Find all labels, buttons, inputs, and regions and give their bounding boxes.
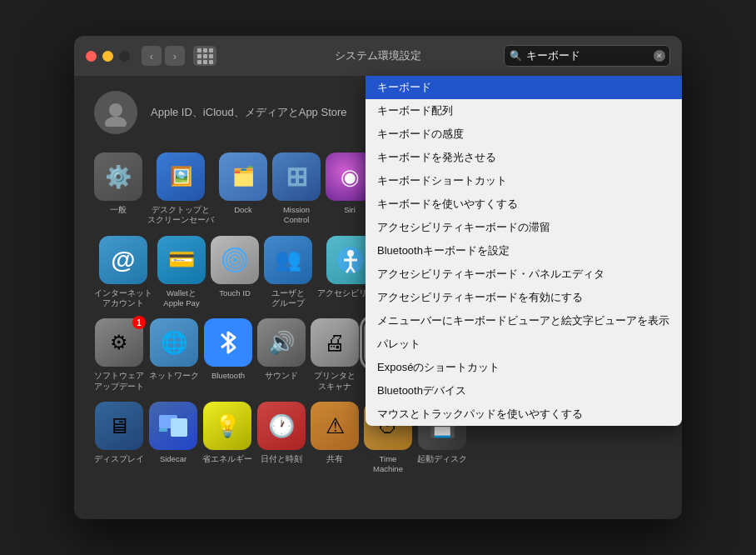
dropdown-item-accessibility-sticky[interactable]: アクセシビリティキーボードの滞留 [366,216,682,239]
icon-mission-control[interactable]: ⊞ MissionControl [272,152,321,226]
search-icon: 🔍 [510,50,522,62]
svg-point-0 [109,103,122,117]
icon-desktop[interactable]: 🖼️ デスクトップとスクリーンセーバ [147,152,214,226]
svg-rect-28 [171,418,187,437]
icon-printer[interactable]: 🖨 プリンタとスキャナ [311,318,359,392]
icon-internet-accounts[interactable]: @ インターネットアカウント [94,236,152,309]
svg-point-1 [105,117,127,127]
dropdown-item-keyboard-layout[interactable]: キーボード配列 [366,99,682,122]
icon-datetime[interactable]: 🕐 日付と時刻 [257,402,306,475]
svg-point-5 [233,258,237,262]
search-wrapper: 🔍 ✕ [504,45,670,67]
dropdown-item-bluetooth-device[interactable]: Bluetoothデバイス [366,379,682,402]
dropdown-item-expose-shortcut[interactable]: Exposéのショートカット [366,356,682,379]
close-button[interactable] [86,51,97,62]
svg-rect-29 [159,428,167,432]
forward-button[interactable]: › [165,46,185,66]
dropdown-item-bluetooth-keyboard[interactable]: Bluetoothキーボードを設定 [366,239,682,262]
icon-dock[interactable]: 🗂️ Dock [219,152,267,226]
traffic-lights [86,51,130,62]
maximize-button[interactable] [119,51,130,62]
grid-view-button[interactable] [193,46,216,66]
search-input[interactable] [504,45,670,67]
dropdown-item-keyboard-easy[interactable]: キーボードを使いやすくする [366,192,682,216]
search-clear-button[interactable]: ✕ [654,50,665,62]
svg-point-7 [347,250,354,257]
window-title: システム環境設定 [335,48,421,63]
icon-sharing[interactable]: ⚠ 共有 [311,402,359,475]
dropdown-item-palette[interactable]: パレット [366,332,682,356]
dropdown-item-keyboard-shortcut[interactable]: キーボードショートカット [366,169,682,192]
icon-bluetooth[interactable]: Bluetooth [204,318,252,392]
icon-wallet[interactable]: 💳 WalletとApple Pay [157,236,206,309]
icon-sidecar[interactable]: Sidecar [149,402,197,475]
search-dropdown: キーボード キーボード配列 キーボードの感度 キーボードを発光させる キーボード… [366,76,682,426]
dropdown-item-keyboard-feel[interactable]: キーボードの感度 [366,122,682,146]
minimize-button[interactable] [102,51,113,62]
icon-general[interactable]: ⚙️ 一般 [94,152,142,226]
icon-network[interactable]: 🌐 ネットワーク [149,318,199,392]
titlebar: ‹ › システム環境設定 🔍 ✕ キーボード キーボード配列 キーボードの感度 … [74,36,682,76]
dropdown-item-keyboard[interactable]: キーボード [366,76,682,99]
dropdown-item-mouse-trackpad[interactable]: マウスとトラックパッドを使いやすくする [366,402,682,426]
icon-display[interactable]: 🖥 ディスプレイ [94,402,144,475]
nav-buttons: ‹ › [142,46,216,66]
icon-sound[interactable]: 🔊 サウンド [257,318,306,392]
icon-touchid[interactable]: Touch ID [211,236,259,309]
dropdown-item-accessibility-panel[interactable]: アクセシビリティキーボード・パネルエディタ [366,262,682,286]
dropdown-item-accessibility-enable[interactable]: アクセシビリティキーボードを有効にする [366,286,682,309]
icon-energy[interactable]: 💡 省エネルギー [202,402,252,475]
back-button[interactable]: ‹ [142,46,162,66]
dropdown-item-keyboard-backlight[interactable]: キーボードを発光させる [366,146,682,169]
icon-software-update[interactable]: ⚙ 1 ソフトウェアアップデート [94,318,144,392]
profile-label: Apple ID、iCloud、メディアとApp Store [151,105,347,120]
icon-users[interactable]: 👥 ユーザとグループ [264,236,312,309]
system-preferences-window: ‹ › システム環境設定 🔍 ✕ キーボード キーボード配列 キーボードの感度 … [74,36,682,519]
dropdown-item-menubar-viewer[interactable]: メニューバーにキーボードビューアと絵文字ビューアを表示 [366,309,682,332]
avatar [94,91,137,134]
